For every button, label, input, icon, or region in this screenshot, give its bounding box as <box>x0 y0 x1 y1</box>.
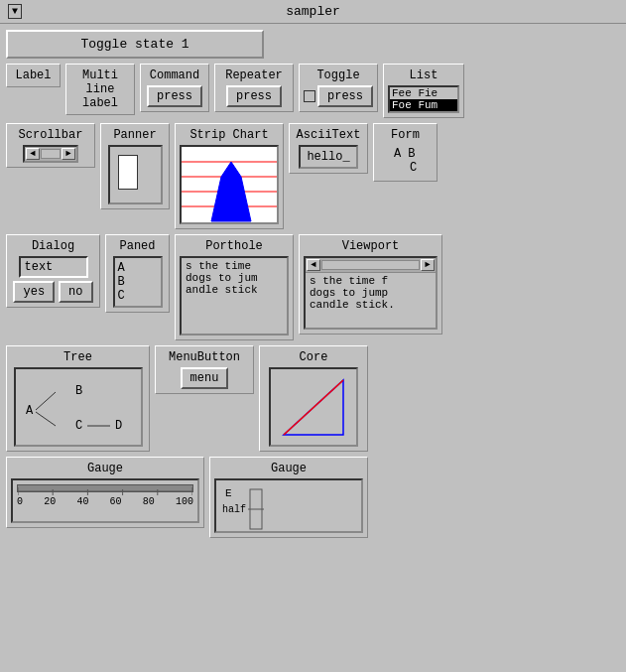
viewport-scroll-left[interactable]: ◄ <box>307 259 320 271</box>
scroll-left-arrow[interactable]: ◄ <box>26 148 40 160</box>
menubutton-widget: MenuButton menu <box>155 345 254 394</box>
list-item-selected[interactable]: Foe Fum <box>390 99 457 111</box>
gauge1-label-20: 20 <box>44 496 56 507</box>
panner-canvas[interactable] <box>108 145 163 204</box>
gauge2-half-label: half <box>222 504 246 515</box>
viewport-outer: ◄ ► s the time f dogs to jump candle sti… <box>304 256 438 330</box>
porthole-canvas[interactable]: s the time dogs to jum andle stick <box>180 256 289 336</box>
gauge1-widget-title: Gauge <box>87 462 123 475</box>
gauge1-label-80: 80 <box>143 496 155 507</box>
toggle-press-button[interactable]: press <box>317 85 373 107</box>
tree-node-c: C <box>75 419 82 433</box>
main-container: Toggle state 1 Label Multi line label Co… <box>0 24 626 544</box>
paned-widget-title: Paned <box>119 239 155 253</box>
viewport-scroll-right[interactable]: ► <box>421 259 435 271</box>
gauge2-svg: E half <box>220 484 359 534</box>
tree-line-a-b <box>36 392 56 410</box>
gauge1-ticks-svg <box>18 487 192 495</box>
label-widget: Label <box>6 64 61 87</box>
stripchart-svg <box>182 147 279 224</box>
command-widget: Command press <box>140 64 209 112</box>
scrollbar-widget: Scrollbar ◄ ► <box>6 123 95 168</box>
toggle-checkbox[interactable] <box>304 90 315 102</box>
toggle-widget-title: Toggle <box>316 68 359 82</box>
tree-widget-title: Tree <box>63 350 92 364</box>
gauge2-e-label: E <box>225 487 232 499</box>
core-widget: Core <box>259 345 368 452</box>
gauge2-widget: Gauge E half <box>209 457 368 538</box>
tree-node-b: B <box>75 384 82 398</box>
core-widget-title: Core <box>300 350 328 364</box>
gauge1-label-60: 60 <box>110 496 122 507</box>
gauge2-canvas: E half <box>214 478 363 533</box>
app-title: sampler <box>286 4 340 19</box>
dialog-widget-title: Dialog <box>32 239 74 253</box>
gauge1-canvas: 0 20 40 60 80 100 <box>11 478 199 523</box>
list-widget-title: List <box>410 68 438 82</box>
scroll-thumb[interactable] <box>41 149 61 159</box>
label-widget-title: Label <box>15 68 51 82</box>
viewport-line-3: candle stick. <box>310 299 432 311</box>
form-row-1: A B <box>394 147 417 161</box>
widget-row-4: Tree A B C D MenuB <box>6 345 620 452</box>
gauge1-bar[interactable] <box>17 484 193 492</box>
multiline-label-widget: Multi line label <box>65 64 135 115</box>
stripchart-widget: Strip Chart <box>175 123 284 229</box>
dialog-no-button[interactable]: no <box>59 281 92 303</box>
repeater-press-button[interactable]: press <box>226 85 282 107</box>
command-widget-title: Command <box>150 68 199 82</box>
list-item[interactable]: Fee Fie <box>390 87 457 99</box>
repeater-widget: Repeater press <box>214 64 294 112</box>
tree-line-a-c <box>36 412 56 426</box>
form-row-2: C <box>394 161 417 175</box>
dialog-yes-button[interactable]: yes <box>13 281 55 303</box>
viewport-widget-title: Viewport <box>342 239 400 253</box>
form-content: A B C <box>392 145 419 177</box>
paned-widget: Paned A B C <box>105 234 170 313</box>
widget-row-1: Label Multi line label Command press Rep… <box>6 64 620 118</box>
stripchart-widget-title: Strip Chart <box>189 128 268 142</box>
core-diagonal <box>284 380 343 435</box>
dialog-btn-row: yes no <box>13 281 92 303</box>
viewport-scroll-track[interactable] <box>321 260 420 270</box>
tree-svg: A B C D <box>21 374 145 449</box>
porthole-line-3: andle stick <box>186 284 283 296</box>
gauge1-widget: Gauge <box>6 457 204 528</box>
menubutton-menu-button[interactable]: menu <box>181 367 229 389</box>
viewport-scrollbar: ◄ ► <box>306 258 436 273</box>
menubutton-widget-title: MenuButton <box>169 350 240 364</box>
tree-widget: Tree A B C D <box>6 345 150 452</box>
core-canvas <box>269 367 358 447</box>
scrollbar-widget-title: Scrollbar <box>19 128 83 142</box>
gauge1-label-40: 40 <box>76 496 88 507</box>
command-press-button[interactable]: press <box>147 85 202 107</box>
scroll-right-arrow[interactable]: ► <box>62 148 75 160</box>
asciitext-value: hello_ <box>299 145 357 169</box>
form-widget-title: Form <box>391 128 420 142</box>
list-box[interactable]: Fee Fie Foe Fum <box>388 85 459 113</box>
paned-item-c: C <box>118 289 158 303</box>
porthole-widget-title: Porthole <box>205 239 263 253</box>
list-widget: List Fee Fie Foe Fum <box>383 64 464 118</box>
gauge1-label-100: 100 <box>176 496 193 507</box>
multiline-label-title: Multi line label <box>82 68 118 110</box>
dialog-text-input[interactable] <box>19 256 88 278</box>
tree-node-a: A <box>26 404 34 418</box>
viewport-content[interactable]: s the time f dogs to jump candle stick. <box>306 273 436 328</box>
gauge1-label-0: 0 <box>17 496 23 507</box>
form-widget: Form A B C <box>373 123 438 182</box>
viewport-line-2: dogs to jump <box>310 287 432 299</box>
gauge1-labels: 0 20 40 60 80 100 <box>17 496 193 507</box>
widget-row-5: Gauge <box>6 457 620 538</box>
viewport-widget: Viewport ◄ ► s the time f dogs to jump c… <box>299 234 442 335</box>
widget-row-3: Dialog yes no Paned A B C Porthole s the… <box>6 234 620 340</box>
viewport-line-1: s the time f <box>310 275 432 287</box>
dialog-widget: Dialog yes no <box>6 234 100 308</box>
paned-canvas: A B C <box>113 256 163 308</box>
porthole-line-2: dogs to jum <box>186 272 283 284</box>
title-arrow-icon[interactable]: ▼ <box>8 4 22 19</box>
porthole-line-1: s the time <box>186 260 283 272</box>
gauge2-widget-title: Gauge <box>271 462 307 475</box>
paned-item-b: B <box>118 275 158 289</box>
toggle-state-button[interactable]: Toggle state 1 <box>6 30 264 59</box>
